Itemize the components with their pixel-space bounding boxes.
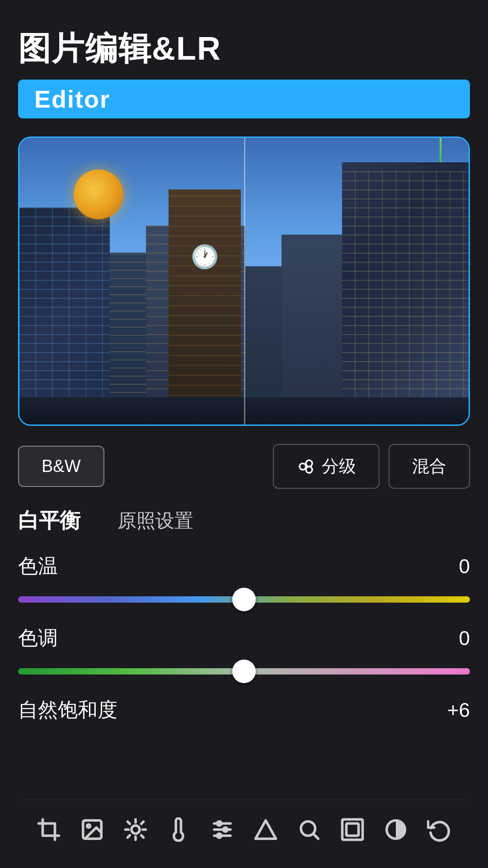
svg-line-13 (127, 835, 130, 838)
vibrancy-label: 自然饱和度 (18, 697, 117, 723)
svg-point-20 (217, 834, 221, 838)
image-nav-icon[interactable] (76, 814, 108, 845)
compare-divider[interactable] (244, 138, 245, 425)
editor-badge: Editor (18, 80, 470, 118)
temperature-slider-row: 色温 0 (18, 553, 470, 611)
svg-rect-3 (43, 824, 55, 836)
controls-section: B&W 分级 混合 白平衡 原照设置 色温 (18, 444, 470, 800)
circle-half-nav-icon[interactable] (380, 814, 412, 845)
svg-rect-25 (347, 824, 359, 836)
svg-line-14 (141, 821, 144, 824)
temperature-thumb[interactable] (232, 588, 256, 611)
tint-value: 0 (459, 627, 470, 650)
moon (74, 170, 123, 219)
wb-value: 原照设置 (117, 508, 193, 533)
temperature-header: 色温 0 (18, 553, 470, 580)
crop-nav-icon[interactable] (33, 814, 65, 845)
triangle-nav-icon[interactable] (250, 814, 282, 845)
svg-point-18 (217, 821, 221, 826)
wb-label: 白平衡 (18, 507, 90, 535)
svg-marker-21 (256, 821, 276, 839)
white-balance-row: 白平衡 原照设置 (18, 507, 470, 535)
mix-button[interactable]: 混合 (389, 444, 470, 489)
svg-point-19 (223, 828, 227, 832)
svg-point-2 (306, 467, 312, 473)
vibrancy-value: +6 (447, 699, 470, 722)
svg-line-12 (141, 835, 144, 838)
temperature-track (18, 596, 470, 603)
image-preview[interactable] (18, 137, 470, 426)
search-nav-icon[interactable] (293, 814, 325, 845)
tint-slider-row: 色调 0 (18, 625, 470, 683)
temperature-value: 0 (459, 555, 470, 578)
temperature-track-container[interactable] (18, 588, 470, 611)
svg-line-23 (314, 834, 318, 839)
sun-nav-icon[interactable] (120, 814, 151, 845)
tint-track-container[interactable] (18, 660, 470, 683)
svg-point-6 (131, 826, 140, 834)
tint-label: 色调 (18, 625, 58, 651)
sliders-nav-icon[interactable] (206, 814, 238, 845)
app-container: 图片编辑&LR Editor B&W (0, 0, 488, 868)
svg-line-11 (127, 821, 130, 824)
grade-button[interactable]: 分级 (273, 444, 380, 489)
vibrancy-row: 自然饱和度 +6 (18, 697, 470, 732)
app-title: 图片编辑&LR (18, 27, 470, 71)
thermometer-nav-icon[interactable] (163, 814, 195, 845)
bw-button[interactable]: B&W (18, 446, 104, 487)
tint-track (18, 668, 470, 675)
undo-nav-icon[interactable] (423, 814, 455, 845)
toolbar-row: B&W 分级 混合 (18, 444, 470, 489)
temperature-label: 色温 (18, 553, 58, 580)
city-scene (19, 138, 469, 425)
grade-icon (296, 457, 315, 476)
tint-thumb[interactable] (232, 660, 256, 683)
frame-nav-icon[interactable] (337, 814, 368, 845)
svg-point-1 (306, 460, 312, 467)
svg-point-0 (300, 463, 306, 470)
svg-point-5 (87, 825, 90, 828)
bottom-nav (18, 800, 470, 854)
tint-header: 色调 0 (18, 625, 470, 651)
